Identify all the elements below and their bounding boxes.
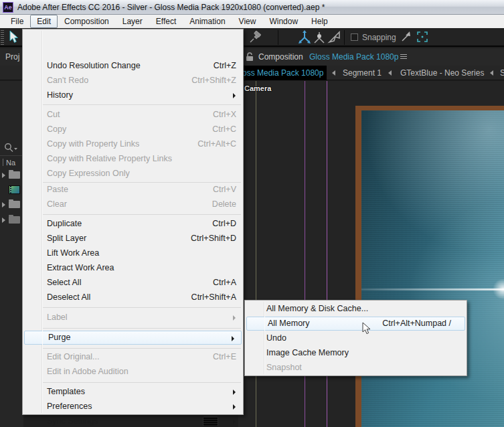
menu-item-lift-work-area[interactable]: Lift Work Area (23, 246, 242, 261)
menu-item-label: Extract Work Area (47, 263, 114, 272)
menu-item-purge[interactable]: Purge (24, 331, 242, 345)
panel-grip[interactable] (1, 30, 4, 45)
menubar-item-effect[interactable]: Effect (149, 15, 183, 28)
project-panel-title[interactable]: Proj (5, 52, 19, 62)
menubar-item-view[interactable]: View (232, 15, 263, 28)
expand-arrow-icon[interactable] (2, 202, 5, 207)
menu-item-label: Can't Redo (47, 76, 88, 85)
menu-item-shortcut: Ctrl+Shift+A (191, 292, 236, 302)
purge-submenu: All Memory & Disk Cache... All Memory Ct… (244, 300, 467, 376)
local-axis-mode-icon[interactable] (298, 30, 311, 45)
puppet-pin-tool-icon[interactable] (249, 31, 264, 44)
menu-item-shortcut: Ctrl+Alt+C (197, 139, 236, 149)
menu-item-label: Snapshot (266, 363, 302, 372)
menu-item-label: Cut (47, 110, 60, 119)
tab-separator-icon (388, 70, 392, 76)
menu-item-extract-work-area[interactable]: Extract Work Area (23, 261, 242, 276)
camera-view-label: Camera (244, 84, 271, 92)
project-panel: Na (0, 81, 23, 427)
snapping-option-arrow-icon[interactable] (400, 31, 412, 43)
menu-item-label: Edit Original... (47, 352, 100, 361)
mouse-cursor (362, 322, 371, 335)
menubar-item-animation[interactable]: Animation (183, 15, 232, 28)
menu-item-shortcut: Ctrl+X (213, 110, 236, 119)
tab-segment-1[interactable]: Segment 1 (343, 68, 382, 78)
menu-item-shortcut: Ctrl+A (213, 278, 236, 287)
menu-item-history[interactable]: History (23, 88, 242, 103)
menubar-item-window[interactable]: Window (262, 15, 305, 28)
search-icon[interactable] (3, 143, 18, 153)
expand-arrow-icon[interactable] (2, 218, 5, 223)
after-effects-window: Ae Adobe After Effects CC 2016 - Silver … (0, 0, 504, 427)
submenu-arrow-icon (233, 93, 236, 98)
menu-item-deselect-all[interactable]: Deselect All Ctrl+Shift+A (23, 290, 242, 305)
menu-separator (43, 328, 241, 329)
menu-item-label: Deselect All (47, 292, 90, 302)
menu-item-shortcut: Ctrl+D (212, 219, 236, 228)
submenu-arrow-icon (233, 390, 236, 395)
menu-item-label: Preferences (47, 402, 92, 411)
world-axis-mode-icon[interactable] (313, 30, 326, 45)
window-title: Adobe After Effects CC 2016 - Silver - G… (17, 3, 325, 12)
submenu-item-undo[interactable]: Undo (246, 331, 466, 346)
snapping-label[interactable]: Snapping (362, 33, 396, 42)
menu-item-shortcut: Ctrl+C (212, 124, 236, 134)
column-header-divider (0, 155, 23, 156)
menu-item-label: Edit in Adobe Audition (47, 367, 129, 376)
menubar-item-composition[interactable]: Composition (58, 15, 116, 28)
view-axis-mode-icon[interactable] (327, 30, 342, 45)
folder-icon[interactable] (9, 171, 20, 179)
menu-item-label: Split Layer (47, 234, 86, 243)
snapping-checkbox[interactable] (351, 33, 358, 41)
name-column-header[interactable]: Na (6, 159, 15, 167)
menu-item-copy-with-relative-property-links: Copy with Relative Property Links (23, 152, 242, 167)
menu-item-copy-with-property-links: Copy with Property Links Ctrl+Alt+C (23, 137, 242, 152)
menu-item-edit-original: Edit Original... Ctrl+E (23, 350, 242, 365)
composition-name[interactable]: Gloss Media Pack 1080p (309, 52, 398, 62)
submenu-item-all-memory[interactable]: All Memory Ctrl+Alt+Numpad / (246, 317, 465, 331)
menu-item-label: All Memory (268, 319, 310, 328)
menubar-item-help[interactable]: Help (305, 15, 335, 28)
menu-item-split-layer[interactable]: Split Layer Ctrl+Shift+D (23, 232, 242, 246)
tab-truncated[interactable]: S (500, 68, 504, 78)
menu-separator (43, 382, 241, 383)
folder-icon[interactable] (9, 201, 20, 208)
menu-item-paste: Paste Ctrl+V (23, 183, 242, 197)
menu-item-label: Templates (47, 387, 85, 396)
tab-gtextblue-neo-series[interactable]: GTextBlue - Neo Series (400, 68, 484, 78)
menu-item-label: Copy Expression Only (47, 169, 130, 178)
menu-item-label: Undo (266, 333, 286, 343)
panel-menu-icon[interactable] (400, 54, 407, 60)
menu-item-select-all[interactable]: Select All Ctrl+A (23, 276, 242, 290)
snapping-option-marquee-icon[interactable] (416, 31, 428, 43)
tab-active-composition[interactable]: oss Media Pack 1080p (238, 66, 327, 80)
menu-item-label: Clear (47, 199, 67, 209)
submenu-item-image-cache-memory[interactable]: Image Cache Memory (246, 346, 466, 361)
selection-tool-icon[interactable] (8, 30, 20, 45)
submenu-item-all-memory-disk-cache[interactable]: All Memory & Disk Cache... (246, 302, 466, 317)
menu-item-duplicate[interactable]: Duplicate Ctrl+D (23, 217, 242, 232)
menu-item-label: Undo Resolution Change (47, 61, 141, 70)
menubar-item-edit[interactable]: Edit (30, 15, 58, 28)
menu-item-label: Sync Settings (47, 416, 98, 426)
menu-item-label: Lift Work Area (47, 248, 99, 258)
toolbar-divider (278, 30, 278, 45)
app-icon: Ae (3, 2, 13, 13)
expand-arrow-icon[interactable] (2, 173, 5, 178)
menu-item-undo-resolution-change[interactable]: Undo Resolution Change Ctrl+Z (23, 59, 242, 74)
menubar-item-file[interactable]: File (4, 15, 30, 28)
layer-bounds-frame (355, 106, 504, 427)
menu-separator (43, 348, 241, 349)
menu-item-label: History (47, 90, 73, 100)
menubar-item-layer[interactable]: Layer (116, 15, 149, 28)
lock-icon[interactable] (246, 52, 254, 62)
menu-item-templates[interactable]: Templates (23, 385, 242, 400)
menu-item-shortcut: Ctrl+Shift+D (191, 234, 236, 243)
composition-panel-title[interactable]: Composition (258, 52, 303, 62)
menu-item-label: Copy (47, 124, 66, 134)
menu-item-sync-settings[interactable]: Sync Settings (23, 414, 242, 427)
folder-icon[interactable] (9, 216, 20, 224)
menu-item-cut: Cut Ctrl+X (23, 108, 242, 122)
menu-item-preferences[interactable]: Preferences (23, 400, 242, 414)
footage-item-icon[interactable] (9, 185, 20, 194)
